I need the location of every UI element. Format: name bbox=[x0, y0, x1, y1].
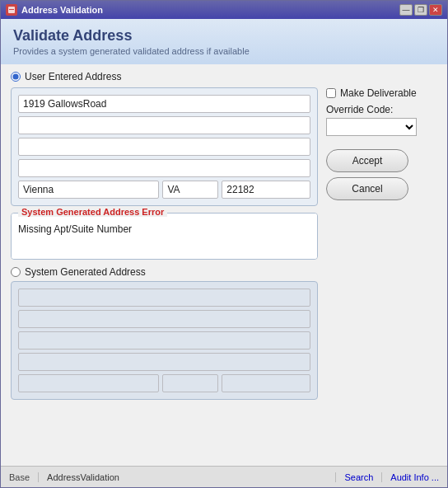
window-title: Address Validation bbox=[21, 5, 103, 15]
address-state[interactable] bbox=[162, 181, 218, 199]
sga-line1[interactable] bbox=[18, 289, 310, 307]
system-address-panel bbox=[11, 281, 318, 400]
override-code-label: Override Code: bbox=[326, 104, 437, 115]
window-icon bbox=[6, 4, 17, 16]
page-subtitle: Provides a system generated validated ad… bbox=[13, 46, 435, 56]
left-section: System Generated Address Error Missing A… bbox=[11, 87, 318, 459]
main-window: Address Validation — ❐ ✕ Validate Addres… bbox=[0, 0, 448, 488]
make-deliverable-row: Make Deliverable Override Code: bbox=[326, 87, 437, 136]
make-deliverable-label: Make Deliverable bbox=[340, 87, 417, 99]
title-bar: Address Validation — ❐ ✕ bbox=[1, 1, 447, 19]
user-address-label: User Entered Address bbox=[25, 71, 121, 82]
override-code-select[interactable] bbox=[326, 118, 417, 136]
title-bar-left: Address Validation bbox=[6, 4, 103, 16]
address-city[interactable] bbox=[18, 181, 159, 199]
user-address-radio[interactable] bbox=[11, 72, 21, 82]
user-address-panel bbox=[11, 87, 318, 206]
make-deliverable-checkbox[interactable] bbox=[326, 88, 336, 98]
cancel-button[interactable]: Cancel bbox=[326, 177, 408, 200]
minimize-button[interactable]: — bbox=[399, 4, 413, 16]
address-line2[interactable] bbox=[18, 116, 310, 134]
address-line4[interactable] bbox=[18, 159, 310, 177]
error-group-box: System Generated Address Error Missing A… bbox=[11, 213, 318, 260]
user-address-radio-row: User Entered Address bbox=[11, 71, 437, 82]
right-section: Make Deliverable Override Code: Accept C… bbox=[326, 87, 437, 459]
address-line1[interactable] bbox=[18, 95, 310, 113]
page-title: Validate Address bbox=[13, 27, 435, 45]
bottom-audit-link[interactable]: Audit Info ... bbox=[382, 472, 447, 482]
main-content: User Entered Address bbox=[1, 64, 447, 466]
layout-wrapper: System Generated Address Error Missing A… bbox=[11, 87, 437, 459]
bottom-module-label: AddressValidation bbox=[39, 472, 336, 482]
close-button[interactable]: ✕ bbox=[429, 4, 442, 16]
sga-line3[interactable] bbox=[18, 331, 310, 350]
bottom-base-label: Base bbox=[1, 472, 39, 482]
bottom-search-link[interactable]: Search bbox=[336, 472, 382, 482]
address-line3[interactable] bbox=[18, 138, 310, 156]
title-bar-controls: — ❐ ✕ bbox=[399, 4, 442, 16]
checkbox-row: Make Deliverable bbox=[326, 87, 437, 99]
sga-city[interactable] bbox=[18, 374, 159, 392]
system-address-label: System Generated Address bbox=[25, 266, 146, 278]
error-message: Missing Apt/Suite Number bbox=[12, 214, 317, 259]
address-bottom-row bbox=[18, 181, 310, 199]
sga-bottom-row bbox=[18, 374, 310, 392]
address-zip[interactable] bbox=[222, 181, 310, 199]
sga-line4[interactable] bbox=[18, 353, 310, 371]
system-address-radio-row: System Generated Address bbox=[11, 266, 318, 278]
sga-line2[interactable] bbox=[18, 310, 310, 328]
error-group-title: System Generated Address Error bbox=[18, 207, 167, 217]
svg-rect-1 bbox=[9, 9, 14, 10]
restore-button[interactable]: ❐ bbox=[414, 4, 427, 16]
header-area: Validate Address Provides a system gener… bbox=[1, 19, 447, 64]
action-buttons: Accept Cancel bbox=[326, 141, 437, 200]
bottom-bar: Base AddressValidation Search Audit Info… bbox=[1, 466, 447, 487]
system-address-radio[interactable] bbox=[11, 267, 21, 277]
sga-zip[interactable] bbox=[222, 374, 310, 392]
accept-button[interactable]: Accept bbox=[326, 149, 408, 172]
sga-state[interactable] bbox=[162, 374, 218, 392]
